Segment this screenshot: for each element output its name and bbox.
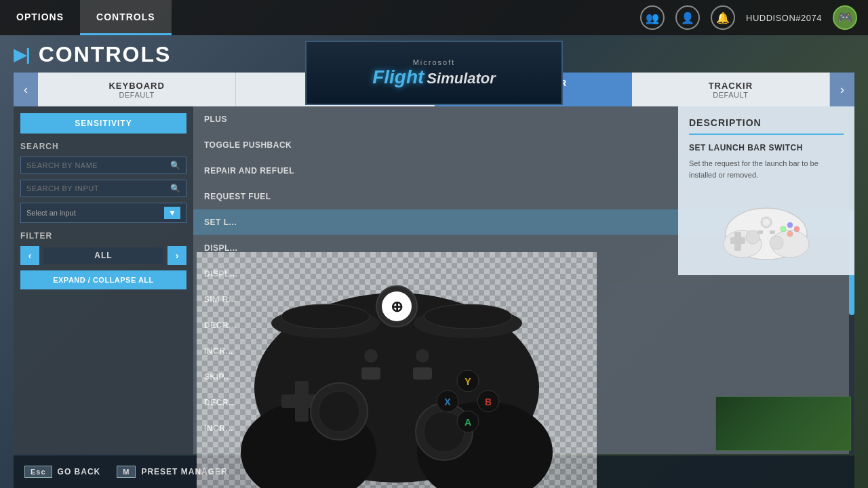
search-by-name-input[interactable] [26,161,166,169]
controls-arrow-icon: ▶| [14,45,31,64]
description-item-text: Set the request for the launch bar to be… [689,158,844,180]
username-label: HUDDISON#2074 [746,13,822,23]
white-controller-area [689,197,844,264]
tab-trackir[interactable]: TRACKIR DEFAULT [632,73,830,106]
select-input-dropdown[interactable]: Select an input ▼ [20,203,186,223]
svg-text:A: A [465,417,471,428]
sensitivity-button[interactable]: SENSITIVITY [20,113,186,134]
go-back-button[interactable]: Esc GO BACK [24,466,100,478]
search-name-icon: 🔍 [170,161,180,170]
select-input-label: Select an input [26,209,164,217]
mini-map [715,396,851,451]
svg-rect-24 [413,367,432,380]
logo-text: Microsoft Flight Simulator [372,58,496,88]
page-title: CONTROLS [39,42,172,67]
tab-controls[interactable]: CONTROLS [80,0,172,35]
main-content: Microsoft Flight Simulator ▶| CONTROLS ‹… [0,35,868,488]
svg-text:X: X [444,396,451,407]
black-controller-image: ⊕ Y B X A [220,256,573,488]
svg-rect-6 [730,237,745,244]
filter-row: ‹ ALL › [20,246,186,265]
white-controller-svg [715,197,817,264]
controls-header: ▶| CONTROLS [14,42,171,67]
search-section-label: SEARCH [20,142,186,151]
logo-simulator: Simulator [427,70,495,87]
svg-point-9 [794,226,800,232]
controller-overlay: ⊕ Y B X A [197,252,597,488]
svg-point-8 [787,222,793,228]
svg-text:⊕: ⊕ [391,298,403,315]
select-input-arrow-icon: ▼ [164,207,180,219]
logo-area: Microsoft Flight Simulator [305,41,563,105]
svg-point-39 [281,304,370,329]
avatar[interactable]: 🎮 [833,5,857,30]
left-sidebar: SENSITIVITY SEARCH 🔍 🔍 Select an input ▼… [14,106,193,454]
search-by-name-wrapper: 🔍 [20,157,186,174]
svg-point-41 [364,349,378,363]
filter-section-label: FILTER [20,231,186,241]
tab-next-arrow[interactable]: › [830,73,854,106]
m-key-label: M [117,466,136,478]
mini-map-inner [716,397,850,450]
svg-point-40 [424,304,512,329]
svg-rect-13 [757,230,763,234]
svg-point-4 [763,219,770,226]
logo-microsoft: Microsoft [372,58,496,66]
svg-text:B: B [485,396,492,407]
svg-point-12 [770,236,783,249]
logo-flight: Flight [372,66,424,88]
svg-point-10 [787,231,793,237]
description-panel: DESCRIPTION SET LAUNCH BAR SWITCH Set th… [678,106,854,275]
svg-point-42 [416,349,429,363]
tab-options[interactable]: OPTIONS [0,0,80,35]
tab-prev-arrow[interactable]: ‹ [14,73,38,106]
profile-icon[interactable]: 👤 [675,5,700,30]
description-item-title: SET LAUNCH BAR SWITCH [689,143,844,152]
trackir-tab-label: TRACKIR [709,81,753,91]
expand-collapse-button[interactable]: EXPAND / COLLAPSE ALL [20,270,186,289]
tab-keyboard[interactable]: KEYBOARD DEFAULT [38,73,236,106]
svg-text:Y: Y [465,376,471,387]
top-bar-right: 👥 👤 🔔 HUDDISON#2074 🎮 [640,0,868,35]
go-back-label: GO BACK [58,467,101,476]
svg-point-7 [781,226,786,232]
svg-rect-14 [770,230,775,234]
search-input-icon: 🔍 [170,184,180,193]
keyboard-tab-label: KEYBOARD [108,81,164,91]
description-panel-title: DESCRIPTION [689,117,844,135]
filter-prev-button[interactable]: ‹ [20,246,39,265]
filter-next-button[interactable]: › [167,246,186,265]
group-icon[interactable]: 👥 [640,5,665,30]
search-by-input-wrapper: 🔍 [20,180,186,197]
top-bar: OPTIONS CONTROLS 👥 👤 🔔 HUDDISON#2074 🎮 [0,0,868,35]
trackir-tab-sub: DEFAULT [713,91,748,99]
keyboard-tab-sub: DEFAULT [119,91,155,99]
filter-value-label: ALL [43,247,163,264]
svg-point-28 [319,391,359,432]
svg-rect-23 [361,367,380,380]
search-by-input-input[interactable] [26,184,166,192]
bell-icon[interactable]: 🔔 [711,5,735,30]
esc-key-label: Esc [24,466,52,478]
